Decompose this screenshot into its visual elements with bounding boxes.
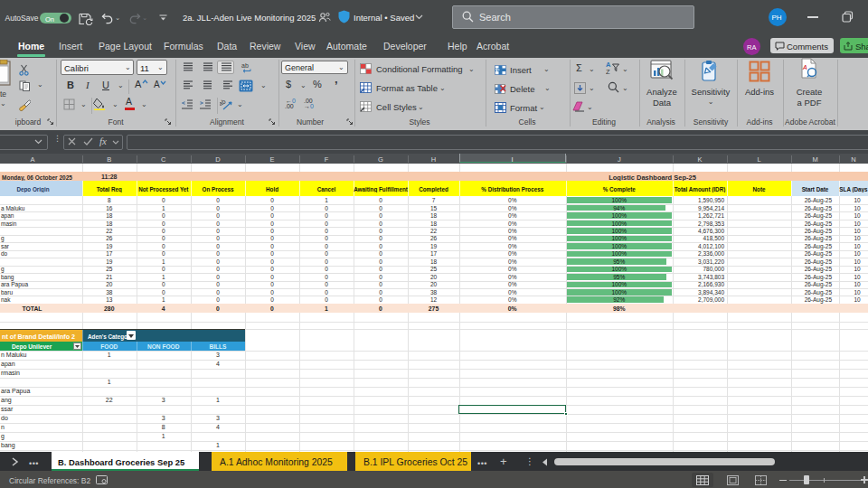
svg-text:A: A bbox=[802, 64, 807, 70]
svg-text:ab: ab bbox=[241, 62, 249, 69]
svg-text:Z: Z bbox=[606, 68, 610, 75]
svg-text:ab: ab bbox=[220, 98, 227, 107]
